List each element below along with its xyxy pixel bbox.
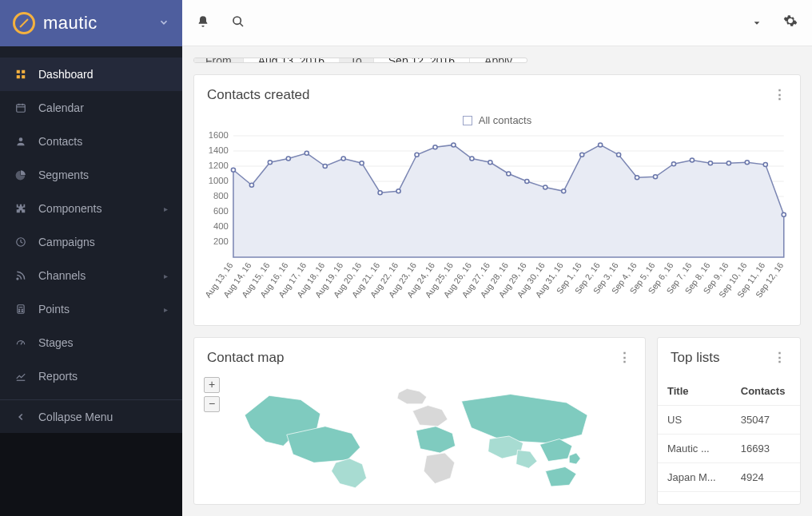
top-lists-row[interactable]: Japan M...4924: [658, 463, 800, 492]
svg-point-45: [378, 191, 382, 195]
settings-gear-icon[interactable]: [783, 14, 798, 32]
contact-map-title: Contact map: [207, 350, 284, 366]
sidebar-item-segments[interactable]: Segments: [0, 158, 182, 192]
brand-area[interactable]: mautic: [0, 0, 182, 46]
collapse-menu-button[interactable]: Collapse Menu: [0, 399, 182, 433]
sidebar-item-label: Contacts: [38, 135, 82, 148]
sidebar-item-campaigns[interactable]: Campaigns: [0, 225, 182, 259]
sidebar-item-label: Campaigns: [38, 236, 95, 248]
contacts-created-card: Contacts created ⋮ All contacts 20040060…: [193, 74, 801, 326]
chevron-right-icon: ▸: [164, 204, 168, 213]
top-lists-row-contacts: 4924: [731, 463, 800, 492]
grid-icon: [14, 69, 27, 80]
top-lists-col-contacts[interactable]: Contacts: [731, 377, 800, 406]
to-label: To: [339, 58, 373, 63]
search-icon[interactable]: [232, 15, 245, 31]
chevron-left-icon: [14, 411, 27, 423]
svg-point-56: [580, 153, 584, 157]
map-zoom-in-button[interactable]: +: [204, 377, 220, 393]
rss-icon: [14, 270, 27, 281]
sidebar-item-calendar[interactable]: Calendar: [0, 91, 182, 125]
svg-marker-2: [754, 22, 760, 24]
contacts-created-more-icon[interactable]: ⋮: [773, 86, 787, 103]
top-lists-more-icon[interactable]: ⋮: [773, 349, 787, 366]
sidebar-item-stages[interactable]: Stages: [0, 326, 182, 359]
main-content: From Aug 13, 2016 To Sep 12, 2016 Apply …: [182, 46, 812, 516]
sidebar-item-dashboard[interactable]: Dashboard: [0, 58, 182, 91]
from-date-input[interactable]: Aug 13, 2016: [243, 58, 339, 63]
svg-point-13: [17, 278, 18, 280]
sidebar-item-label: Components: [38, 202, 102, 215]
svg-point-51: [488, 161, 492, 165]
sidebar-item-label: Stages: [38, 336, 74, 349]
svg-point-44: [360, 161, 364, 165]
svg-point-50: [470, 157, 474, 161]
world-map[interactable]: [204, 380, 635, 492]
svg-point-40: [286, 157, 290, 161]
svg-point-16: [19, 309, 20, 310]
from-label: From: [194, 58, 243, 63]
to-date-input[interactable]: Sep 12, 2016: [373, 58, 469, 63]
svg-point-48: [433, 145, 437, 149]
svg-point-17: [22, 309, 22, 310]
svg-point-49: [452, 143, 456, 147]
svg-text:1000: 1000: [209, 176, 229, 185]
chart-legend[interactable]: All contacts: [202, 114, 792, 126]
puzzle-icon: [14, 203, 27, 214]
svg-point-52: [507, 172, 511, 176]
date-range-picker: From Aug 13, 2016 To Sep 12, 2016 Apply: [193, 58, 527, 63]
sidebar-item-reports[interactable]: Reports: [0, 359, 182, 393]
contacts-created-chart: 2004006008001000120014001600Aug 13, 16Au…: [202, 131, 792, 315]
svg-text:400: 400: [213, 221, 229, 231]
sidebar-item-contacts[interactable]: Contacts: [0, 125, 182, 158]
top-lists-row-title: Japan M...: [658, 463, 731, 492]
svg-point-42: [323, 165, 327, 169]
svg-point-53: [525, 180, 529, 184]
brand-wordmark: mautic: [43, 13, 98, 34]
sidebar-item-label: Calendar: [38, 101, 84, 114]
topbar: [182, 0, 812, 46]
svg-rect-14: [18, 305, 24, 314]
notifications-bell-icon[interactable]: [197, 15, 209, 31]
svg-point-37: [231, 168, 235, 172]
gauge-icon: [14, 337, 27, 348]
svg-rect-7: [17, 105, 26, 112]
top-lists-row-contacts: 16693: [731, 435, 800, 463]
svg-point-38: [249, 183, 253, 187]
top-lists-row-title: US: [658, 406, 731, 435]
calculator-icon: [14, 304, 27, 315]
svg-point-39: [268, 161, 272, 165]
user-dropdown-caret-icon[interactable]: [753, 16, 761, 30]
user-icon: [14, 136, 27, 147]
svg-point-55: [562, 189, 566, 193]
sidebar-item-label: Segments: [38, 169, 89, 181]
svg-text:600: 600: [213, 206, 229, 216]
svg-point-65: [745, 161, 749, 165]
mautic-logo-icon: [13, 12, 35, 34]
svg-point-41: [304, 151, 308, 155]
sidebar-item-points[interactable]: Points▸: [0, 292, 182, 326]
svg-point-63: [708, 161, 712, 165]
svg-point-0: [233, 17, 241, 24]
sidebar-item-channels[interactable]: Channels▸: [0, 259, 182, 292]
top-lists-col-title[interactable]: Title: [658, 377, 731, 406]
calendar-icon: [14, 102, 27, 113]
sidebar-item-components[interactable]: Components▸: [0, 192, 182, 225]
contact-map-card: Contact map ⋮ + −: [193, 337, 646, 505]
piechart-icon: [14, 169, 27, 181]
svg-rect-4: [22, 70, 25, 73]
svg-point-67: [782, 212, 786, 216]
svg-point-62: [690, 158, 694, 162]
svg-point-54: [543, 185, 547, 189]
chevron-right-icon: ▸: [164, 305, 168, 314]
svg-point-57: [599, 143, 603, 147]
map-zoom-out-button[interactable]: −: [204, 396, 220, 412]
top-lists-title: Top lists: [671, 350, 719, 366]
contact-map-more-icon[interactable]: ⋮: [618, 349, 632, 366]
top-lists-card: Top lists ⋮ Title Contacts US35047Mautic…: [657, 337, 801, 505]
top-lists-row[interactable]: Mautic ...16693: [658, 435, 800, 463]
brand-menu-chevron-down-icon[interactable]: [158, 15, 169, 32]
sidebar: DashboardCalendarContactsSegmentsCompone…: [0, 46, 182, 516]
apply-button[interactable]: Apply: [469, 58, 527, 63]
top-lists-row[interactable]: US35047: [658, 406, 800, 435]
